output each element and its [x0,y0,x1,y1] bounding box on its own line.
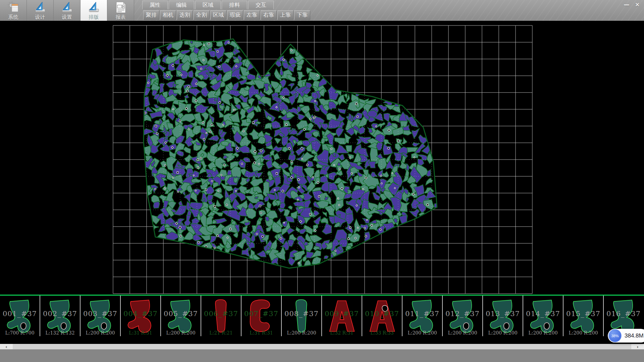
piece-thumbnail-10[interactable]: 010_#37L:33 R:33 [362,296,402,336]
piece-id: 006_#37 [201,310,241,318]
triangle-ruler-icon [61,1,73,14]
piece-lr-caption: L:200 R:200 [523,330,563,336]
piece-lr-caption: L:132 R:132 [40,330,80,336]
piece-id: 011_#37 [402,310,442,318]
piece-id: 001_#37 [0,310,40,318]
status-bar [0,349,644,362]
piece-id: 016_#37 [604,310,643,318]
menu-tab-2[interactable]: 编辑 [169,1,194,9]
piece-thumbnail-9[interactable]: 009_#37L:32 R:31 [322,296,362,336]
nesting-layout-drawing [0,21,644,295]
close-button[interactable]: ✕ [632,1,643,9]
menu-tab-4[interactable]: 排料 [222,1,247,9]
piece-id: 005_#37 [161,310,201,318]
module-button-5[interactable]: 报表 [107,0,134,21]
tool-button-1[interactable]: 聚排 [143,10,159,20]
piece-id: 012_#37 [443,310,482,318]
piece-id: 003_#37 [80,310,120,318]
piece-id: 008_#37 [282,310,321,318]
menu-tab-1[interactable]: 属性 [142,1,168,9]
piece-lr-caption: L:32 R:31 [322,330,362,336]
module-button-label: 排版 [89,14,99,20]
piece-thumbnail-4[interactable]: 004_#37L:31 R:31 [121,296,161,336]
tool-button-7[interactable]: 左靠 [244,10,260,20]
scroll-left-button[interactable]: ‹ [0,344,13,349]
module-button-label: 报表 [116,14,126,20]
triangle-ruler-icon [88,1,100,14]
piece-thumbnail-6[interactable]: 006_#37L:21 R:21 [201,296,241,336]
piece-id: 007_#37 [241,310,281,318]
piece-lr-caption: L:21 R:21 [201,330,241,336]
piece-id: 009_#37 [322,310,362,318]
piece-lr-caption: L:200 R:200 [564,330,603,336]
piece-id: 010_#37 [362,310,402,318]
module-button-1[interactable]: 系统 [0,0,27,21]
piece-id: 004_#37 [121,310,160,318]
scrollbar-track[interactable] [13,344,631,349]
menu-tab-5[interactable]: 交互 [248,1,274,9]
module-button-label: 设计 [35,14,45,20]
piece-lr-caption: L:31 R:31 [121,330,160,336]
piece-thumbnail-11[interactable]: 011_#37L:200 R:200 [402,296,443,336]
module-buttons: 系统设计设置排版报表 [0,0,134,21]
minimize-button[interactable]: — [621,1,632,9]
module-button-label: 系统 [8,14,18,20]
piece-thumbnail-13[interactable]: 013_#37L:200 R:200 [483,296,523,336]
tool-button-6[interactable]: 瑕疵 [227,10,243,20]
tool-button-row: 聚排相机选割全割区域瑕疵左靠右靠上靠下靠 [143,10,311,20]
window-controls: — ✕ [621,1,643,9]
piece-lr-caption: L:200 R:200 [80,330,120,336]
module-button-4[interactable]: 排版 [80,0,107,21]
filmstrip-scrollbar[interactable]: ‹ › [0,344,644,349]
piece-lr-caption: L:200 R:200 [402,330,442,336]
progress-circle: 38% [608,329,622,342]
piece-thumbnail-8[interactable]: 008_#37L:200 R:200 [282,296,322,336]
piece-thumbnail-5[interactable]: 005_#37L:200 R:200 [161,296,201,336]
piece-id: 014_#37 [523,310,563,318]
scroll-right-button[interactable]: › [631,344,644,349]
tool-button-3[interactable]: 选割 [177,10,193,20]
menu-tab-3[interactable]: 区域 [195,1,221,9]
piece-lr-caption: L:200 R:200 [483,330,523,336]
report-document-icon [114,1,127,14]
tool-button-5[interactable]: 区域 [210,10,226,20]
module-button-label: 设置 [62,14,72,20]
tool-button-2[interactable]: 相机 [160,10,176,20]
memory-value: 384.8M [625,333,644,339]
tool-button-4[interactable]: 全割 [194,10,210,20]
piece-id: 015_#37 [564,310,603,318]
menu-tab-row: 属性编辑区域排料交互 [142,1,275,9]
piece-thumbnail-15[interactable]: 015_#37L:200 R:200 [564,296,604,336]
piece-id: 013_#37 [483,310,523,318]
piece-lr-caption: L:31 R:31 [241,330,281,336]
system-gear-icon [7,1,20,14]
piece-lr-caption: L:200 R:200 [161,330,201,336]
piece-filmstrip: 001_#37L:700 R:700002_#37L:132 R:132003_… [0,296,644,336]
piece-thumbnail-3[interactable]: 003_#37L:200 R:200 [80,296,121,336]
piece-id: 002_#37 [40,310,80,318]
piece-thumbnail-1[interactable]: 001_#37L:700 R:700 [0,296,40,336]
module-button-3[interactable]: 设置 [54,0,80,21]
module-button-2[interactable]: 设计 [27,0,54,21]
piece-thumbnail-12[interactable]: 012_#37L:200 R:200 [443,296,483,336]
tool-button-8[interactable]: 右靠 [261,10,277,20]
tool-button-9[interactable]: 上靠 [277,10,293,20]
memory-usage-badge: 38% 384.8M [608,329,644,343]
ribbon-toolbar: 系统设计设置排版报表 属性编辑区域排料交互 聚排相机选割全割区域瑕疵左靠右靠上靠… [0,0,644,21]
piece-thumbnail-7[interactable]: 007_#37L:31 R:31 [241,296,282,336]
nesting-canvas[interactable] [0,21,644,295]
tool-button-10[interactable]: 下靠 [294,10,310,20]
piece-thumbnail-14[interactable]: 014_#37L:200 R:200 [523,296,564,336]
piece-lr-caption: L:33 R:33 [362,330,402,336]
triangle-ruler-icon [34,1,47,14]
piece-lr-caption: L:200 R:200 [282,330,321,336]
piece-lr-caption: L:700 R:700 [0,330,40,336]
piece-thumbnail-2[interactable]: 002_#37L:132 R:132 [40,296,80,336]
piece-lr-caption: L:200 R:200 [443,330,482,336]
